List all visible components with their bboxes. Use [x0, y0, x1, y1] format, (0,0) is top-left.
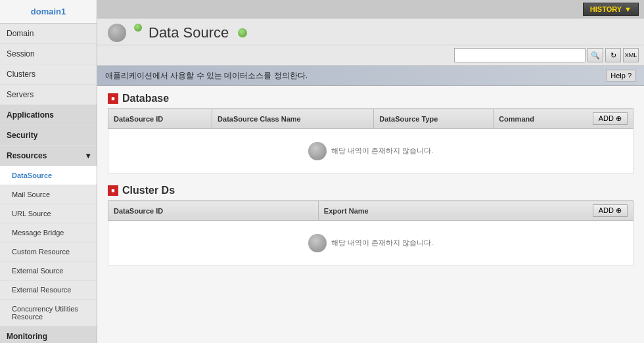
database-col-type: DataSource Type: [374, 109, 494, 129]
clusterds-add-button[interactable]: ADD ⊕: [593, 204, 628, 217]
database-empty-row: 해당 내역이 존재하지 않습니다.: [108, 129, 633, 174]
refresh-icon: ↻: [610, 51, 616, 60]
sidebar-item-mailsource[interactable]: Mail Source: [0, 185, 97, 204]
page-status-dot: [238, 28, 247, 37]
database-add-button[interactable]: ADD ⊕: [593, 112, 628, 125]
help-button[interactable]: Help ?: [606, 70, 636, 81]
sidebar-item-customresource[interactable]: Custom Resource: [0, 242, 97, 262]
database-col-command: Command ADD ⊕: [494, 109, 633, 129]
sidebar-domain[interactable]: domain1: [0, 0, 97, 24]
database-flag-icon: ■: [108, 93, 118, 104]
clusterds-empty-icon: [308, 234, 327, 252]
info-text: 애플리케이션에서 사용할 수 있는 데이터소스를 정의한다.: [105, 70, 308, 81]
help-label: Help: [610, 72, 626, 80]
refresh-button[interactable]: ↻: [605, 48, 621, 62]
xml-button[interactable]: XML: [623, 48, 639, 62]
search-bar: 🔍 ↻ XML: [97, 45, 644, 66]
xml-icon: XML: [625, 52, 637, 58]
sidebar-item-clusters[interactable]: Clusters: [0, 64, 97, 85]
content-header: Data Source: [97, 18, 644, 45]
info-banner: 애플리케이션에서 사용할 수 있는 데이터소스를 정의한다. Help ?: [97, 66, 644, 86]
sidebar-item-session[interactable]: Session: [0, 44, 97, 64]
sidebar-item-datasource[interactable]: DataSource: [0, 166, 97, 185]
sidebar: domain1 Domain Session Clusters Servers …: [0, 0, 97, 343]
status-indicator-icon: [134, 24, 142, 32]
page-title: Data Source: [149, 24, 229, 41]
database-col-classname: DataSource Class Name: [212, 109, 374, 129]
sidebar-item-externalsource[interactable]: External Source: [0, 262, 97, 281]
history-label: HISTORY: [590, 5, 622, 13]
database-table: DataSource ID DataSource Class Name Data…: [108, 108, 633, 174]
content-area: ■ Database DataSource ID DataSource Clas…: [97, 86, 644, 343]
page-icon: [108, 24, 126, 42]
sidebar-item-messagebridge[interactable]: Message Bridge: [0, 223, 97, 242]
topbar: HISTORY ▼: [97, 0, 644, 18]
help-question-icon: ?: [628, 72, 632, 80]
database-section-title: ■ Database: [108, 93, 633, 104]
database-empty-message: 해당 내역이 존재하지 않습니다.: [331, 147, 433, 154]
resources-chevron-icon: ▾: [86, 151, 90, 160]
sidebar-item-security[interactable]: Security: [0, 126, 97, 146]
database-section-name: Database: [122, 93, 169, 104]
clusterds-flag-icon: ■: [108, 185, 118, 196]
search-input[interactable]: [454, 48, 586, 62]
clusterds-section-title: ■ Cluster Ds: [108, 185, 633, 196]
sidebar-item-resources[interactable]: Resources ▾: [0, 146, 97, 166]
sidebar-item-servers[interactable]: Servers: [0, 85, 97, 105]
search-icon: 🔍: [591, 51, 600, 60]
page-icon-area: [108, 24, 142, 42]
clusterds-table: DataSource ID Export Name ADD ⊕: [108, 200, 633, 266]
search-button[interactable]: 🔍: [587, 48, 603, 62]
main-content: HISTORY ▼ Data Source 🔍 ↻ XML 애플리케이션에서 사…: [97, 0, 644, 343]
clusterds-col-export: Export Name ADD ⊕: [318, 201, 633, 221]
history-button[interactable]: HISTORY ▼: [583, 3, 639, 16]
sidebar-item-domain[interactable]: Domain: [0, 24, 97, 44]
sidebar-item-externalresource[interactable]: External Resource: [0, 281, 97, 300]
sidebar-item-monitoring[interactable]: Monitoring: [0, 327, 97, 343]
clusterds-empty-row: 해당 내역이 존재하지 않습니다.: [108, 221, 633, 266]
clusterds-section-name: Cluster Ds: [122, 185, 175, 196]
history-arrow-icon: ▼: [624, 5, 632, 13]
database-col-id: DataSource ID: [108, 109, 212, 129]
sidebar-item-applications[interactable]: Applications: [0, 105, 97, 126]
sidebar-item-urlsource[interactable]: URL Source: [0, 204, 97, 223]
clusterds-col-id: DataSource ID: [108, 201, 319, 221]
sidebar-item-concurrency[interactable]: Concurrency Utilities Resource: [0, 300, 97, 327]
clusterds-empty-message: 해당 내역이 존재하지 않습니다.: [331, 239, 433, 246]
database-empty-icon: [308, 142, 327, 160]
